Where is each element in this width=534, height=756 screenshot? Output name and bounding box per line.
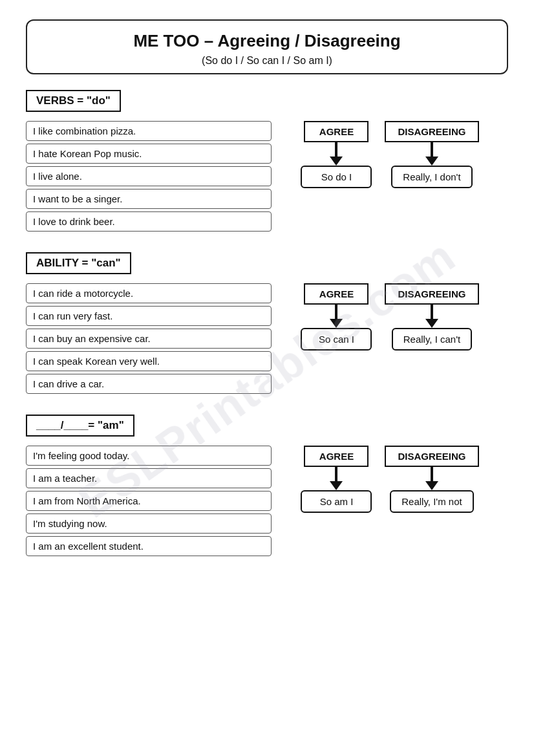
sentence-verbs-4: I love to drink beer. <box>26 211 272 232</box>
agree-group-verbs: AGREESo do I <box>301 121 372 188</box>
sentence-am-4: I am an excellent student. <box>26 536 272 556</box>
sentence-am-2: I am from North America. <box>26 491 272 511</box>
disagree-arrow-am <box>425 481 438 490</box>
agree-arrow-verbs <box>330 157 343 166</box>
disagree-group-am: DISAGREEINGReally, I'm not <box>385 446 478 513</box>
disagree-arrow-shaft-ability <box>431 305 433 319</box>
sentence-verbs-3: I want to be a singer. <box>26 189 272 209</box>
disagree-arrow-shaft-am <box>431 467 433 481</box>
section-verbs-row: I like combination pizza.I hate Korean P… <box>26 121 508 234</box>
sentence-verbs-0: I like combination pizza. <box>26 121 272 141</box>
agree-arrow-ability <box>330 319 343 328</box>
sentence-am-0: I'm feeling good today. <box>26 446 272 466</box>
disagree-label-verbs: DISAGREEING <box>385 121 478 142</box>
disagree-arrow-shaft-verbs <box>431 142 433 157</box>
disagree-label-am: DISAGREEING <box>385 446 478 467</box>
disagree-result-am: Really, I'm not <box>390 490 473 513</box>
agree-arrow-am <box>330 481 343 490</box>
page-subtitle: (So do I / So can I / So am I) <box>40 55 494 67</box>
section-am: ____/____= "am"I'm feeling good today.I … <box>26 415 508 559</box>
disagree-label-ability: DISAGREEING <box>385 283 478 305</box>
section-am-header: ____/____= "am" <box>26 415 134 437</box>
section-ability-header: ABILITY = "can" <box>26 252 131 274</box>
disagree-result-ability: Really, I can't <box>392 328 472 351</box>
sentence-am-3: I'm studying now. <box>26 513 272 534</box>
agree-result-am: So am I <box>301 490 372 513</box>
section-ability-row: I can ride a motorcycle.I can run very f… <box>26 283 508 396</box>
sentence-verbs-2: I live alone. <box>26 166 272 186</box>
agree-arrow-shaft-verbs <box>335 142 337 157</box>
agree-label-verbs: AGREE <box>304 121 368 142</box>
agree-arrow-shaft-am <box>335 467 337 481</box>
section-am-row: I'm feeling good today.I am a teacher.I … <box>26 446 508 559</box>
disagree-arrow-ability <box>425 319 438 328</box>
agree-group-ability: AGREESo can I <box>301 283 372 351</box>
disagree-arrow-verbs <box>425 157 438 166</box>
section-am-sentences: I'm feeling good today.I am a teacher.I … <box>26 446 272 559</box>
section-am-flow: AGREESo am IDISAGREEINGReally, I'm not <box>272 446 508 513</box>
sentence-ability-4: I can drive a car. <box>26 374 272 394</box>
sentence-am-1: I am a teacher. <box>26 468 272 488</box>
section-ability-sentences: I can ride a motorcycle.I can run very f… <box>26 283 272 396</box>
section-verbs: VERBS = "do"I like combination pizza.I h… <box>26 90 508 234</box>
agree-label-ability: AGREE <box>304 283 368 305</box>
disagree-result-verbs: Really, I don't <box>391 166 472 188</box>
agree-arrow-shaft-ability <box>335 305 337 319</box>
page-title: ME TOO – Agreeing / Disagreeing <box>40 31 494 51</box>
section-ability: ABILITY = "can"I can ride a motorcycle.I… <box>26 252 508 396</box>
agree-group-am: AGREESo am I <box>301 446 372 513</box>
section-verbs-header: VERBS = "do" <box>26 90 121 112</box>
agree-result-verbs: So do I <box>301 166 372 188</box>
sentence-ability-1: I can run very fast. <box>26 306 272 326</box>
sentence-ability-0: I can ride a motorcycle. <box>26 283 272 303</box>
sentence-verbs-1: I hate Korean Pop music. <box>26 144 272 164</box>
agree-result-ability: So can I <box>301 328 372 351</box>
sentence-ability-2: I can buy an expensive car. <box>26 329 272 349</box>
disagree-group-verbs: DISAGREEINGReally, I don't <box>385 121 478 188</box>
sentence-ability-3: I can speak Korean very well. <box>26 351 272 371</box>
section-verbs-flow: AGREESo do IDISAGREEINGReally, I don't <box>272 121 508 188</box>
disagree-group-ability: DISAGREEINGReally, I can't <box>385 283 478 351</box>
section-ability-flow: AGREESo can IDISAGREEINGReally, I can't <box>272 283 508 351</box>
title-box: ME TOO – Agreeing / Disagreeing (So do I… <box>26 19 508 74</box>
section-verbs-sentences: I like combination pizza.I hate Korean P… <box>26 121 272 234</box>
agree-label-am: AGREE <box>304 446 368 467</box>
